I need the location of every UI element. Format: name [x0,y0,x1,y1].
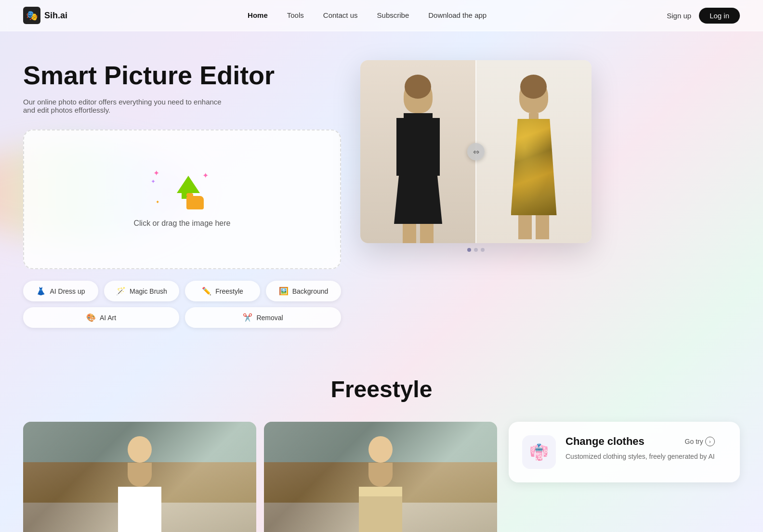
sparkle-icon-1: ✦ [153,169,159,178]
tool-ai-dress-up[interactable]: 👗 AI Dress up [23,281,98,301]
card-title-row: Change clothes Go try › [566,435,715,448]
go-try-link[interactable]: Go try › [685,437,715,446]
nav-home[interactable]: Home [248,11,268,19]
freestyle-grid: 👘 Change clothes Go try › Customized clo… [23,422,740,532]
go-try-arrow-icon: › [705,437,715,446]
tool-magic-brush-label: Magic Brush [130,287,167,295]
freestyle-image-pair [23,422,497,532]
sparkle-icon-3: ✦ [151,178,156,185]
nav-download[interactable]: Download the app [428,11,487,19]
upload-dropzone[interactable]: ✦ ✦ ✦ ✦ Click or drag the image here [23,130,341,269]
change-clothes-description: Customized clothing styles, freely gener… [566,452,715,462]
dot-1[interactable] [467,248,471,252]
nav-contact[interactable]: Contact us [323,11,358,19]
tool-buttons-row: 👗 AI Dress up 🪄 Magic Brush ✏️ Freestyle… [23,281,341,328]
freestyle-title: Freestyle [23,376,740,402]
tool-background-label: Background [292,287,329,295]
removal-icon: ✂️ [243,313,252,322]
comparison-dots [360,248,592,252]
sparkle-icon-2: ✦ [202,171,209,180]
upload-icon: ✦ ✦ ✦ ✦ [160,171,204,209]
freestyle-section: Freestyle [0,347,763,532]
freestyle-icon: ✏️ [202,286,211,296]
tool-ai-dress-up-label: AI Dress up [50,287,85,295]
freestyle-before-image [23,422,256,532]
login-button[interactable]: Log in [699,8,740,24]
tool-ai-art-label: AI Art [100,314,116,322]
sparkle-icon-4: ✦ [156,199,159,205]
background-icon: 🖼️ [279,286,289,296]
logo-text: Sih.ai [44,11,67,21]
hero-section: Smart Picture Editor Our online photo ed… [0,31,763,347]
nav-tools[interactable]: Tools [287,11,304,19]
tool-background[interactable]: 🖼️ Background [266,281,341,301]
tool-freestyle-label: Freestyle [215,287,243,295]
change-clothes-title: Change clothes [566,435,645,448]
nav-links: Home Tools Contact us Subscribe Download… [248,11,487,20]
change-clothes-icon-box: 👘 [522,435,556,469]
ai-art-icon: 🎨 [86,313,96,322]
tool-magic-brush[interactable]: 🪄 Magic Brush [104,281,179,301]
dot-2[interactable] [474,248,478,252]
hero-left: Smart Picture Editor Our online photo ed… [23,60,341,328]
dot-3[interactable] [481,248,485,252]
card-content: Change clothes Go try › Customized cloth… [566,435,715,462]
nav-right: Sign up Log in [667,8,740,24]
tool-removal[interactable]: ✂️ Removal [185,307,341,328]
upload-instruction: Click or drag the image here [134,219,231,228]
go-try-label: Go try [685,438,703,445]
hero-right: .swirl-line { fill: none; stroke-width: … [360,60,592,252]
comparison-after-panel [476,60,592,243]
freestyle-after-image [264,422,497,532]
nav-subscribe[interactable]: Subscribe [377,11,409,19]
tool-removal-label: Removal [256,314,283,322]
magic-brush-icon: 🪄 [116,286,126,296]
upload-folder-icon [186,196,204,209]
image-comparison: ⇔ [360,60,592,243]
change-clothes-icon: 👘 [529,443,549,461]
logo-icon: 🎭 [23,7,40,24]
ai-dress-up-icon: 👗 [36,286,46,296]
change-clothes-card: 👘 Change clothes Go try › Customized clo… [509,422,740,482]
hero-subtitle: Our online photo editor offers everythin… [23,98,235,114]
page-title: Smart Picture Editor [23,60,341,90]
logo[interactable]: 🎭 Sih.ai [23,7,67,24]
tool-freestyle[interactable]: ✏️ Freestyle [185,281,260,301]
navigation: 🎭 Sih.ai Home Tools Contact us Subscribe… [0,0,763,31]
signup-button[interactable]: Sign up [667,12,691,20]
comparison-before-panel [360,60,476,243]
tool-ai-art[interactable]: 🎨 AI Art [23,307,179,328]
comparison-handle[interactable]: ⇔ [467,143,485,160]
